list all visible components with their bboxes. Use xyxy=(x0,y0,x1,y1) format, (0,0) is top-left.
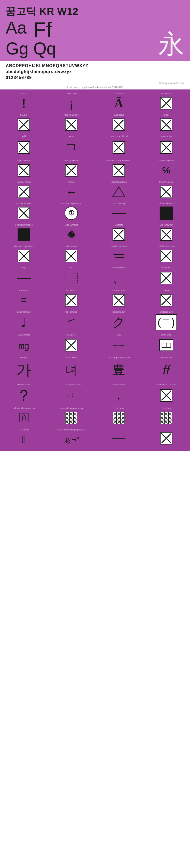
sym-supersub xyxy=(1,163,46,178)
label-suparrowsb: Sup Arrows B xyxy=(160,224,173,226)
sym-smallforms: ， xyxy=(96,386,142,404)
sym-hangul: 가 xyxy=(1,360,46,380)
cell-diacriticals: Diacriticals xyxy=(95,113,143,134)
cell-kanbun: Kanbun xyxy=(143,288,190,310)
cell-emdash-sm: —— xyxy=(95,428,143,449)
label-cjkexte: CJK Ext E xyxy=(19,429,29,431)
cell-math: Math Operations xyxy=(95,180,143,201)
sym-cyrillic xyxy=(1,138,46,157)
preview-char-gg: Gg xyxy=(6,40,29,57)
label-hangul: Hangul xyxy=(21,356,27,359)
cell-cjkexti: CJK Ext I xyxy=(143,406,190,428)
cell-ascii: ASCII ! xyxy=(0,91,47,113)
cell-boxdrawing: Box Drawing xyxy=(95,201,143,223)
sym-kanbun xyxy=(144,293,189,308)
sym-cjk: —— xyxy=(96,337,142,353)
sym-latinextadditional xyxy=(96,138,142,157)
sym-halffull xyxy=(144,386,189,404)
sym-geometric xyxy=(1,227,46,242)
cell-ipa: IPA Ext xyxy=(0,113,47,134)
xbox-icon xyxy=(160,294,173,307)
sym-misctechnical xyxy=(144,184,189,199)
xbox-icon xyxy=(113,294,125,307)
cell-blockelements: Block Elements xyxy=(143,201,190,223)
sym-jamo: ㄱ xyxy=(48,138,94,157)
label-arrows: Arrows xyxy=(68,181,75,183)
label-enc-ideograph-sup: Enclosed Ideographs Sup xyxy=(59,407,83,409)
cell-letterlike: Letterlike Symbols ℅ xyxy=(143,158,190,180)
triangle-outline-icon xyxy=(112,186,125,198)
svg-marker-0 xyxy=(113,187,125,197)
label-ipa: IPA Ext xyxy=(21,114,27,116)
cell-jamo-extb: Jamo Ext B 녀 xyxy=(47,355,95,382)
label-numberforms: Number Forms xyxy=(16,181,31,183)
jamo-extb-icon: 녀 xyxy=(65,362,77,378)
xbox-icon xyxy=(160,250,173,262)
xbox-icon xyxy=(160,119,173,131)
label-supersub: Super And Sub xyxy=(16,159,31,162)
circle-1-icon: ① xyxy=(65,207,78,220)
label-latinexta: Latin Ext A xyxy=(114,92,124,95)
paren-g-icon: (ㄱ) xyxy=(156,314,177,330)
sym-cjkradicals xyxy=(144,248,189,264)
sym-jamo-exta: □□ xyxy=(144,337,189,353)
sym-cjkexti xyxy=(144,410,189,426)
a-serif-icon: Ā xyxy=(114,96,123,110)
sym-compatjamo xyxy=(96,293,142,308)
dash-box-icon xyxy=(65,273,78,283)
sym-math xyxy=(96,184,142,199)
label-cjkradicals: CJK Radicals Sup xyxy=(158,245,175,247)
font-source: Font Source: http://www.fontke.com/font/… xyxy=(0,86,190,90)
delta-icon: 𠀀 xyxy=(22,434,26,445)
cell-jamo: Jamo ㄱ xyxy=(47,134,95,158)
label-bopomofo: Bopomofo xyxy=(66,289,76,292)
sym-controlpic xyxy=(1,206,46,221)
sym-cjkcompat: ㎎ xyxy=(1,337,46,353)
cell-latinexta: Latin Ext A Ā xyxy=(95,91,143,113)
label-math: Math Operations xyxy=(111,181,127,183)
grid-row-16: CJK Ext E 𠀀 CJK Compat Ideographs Sup ぁ¬… xyxy=(0,428,190,449)
sym-enc-alpha-sup: 🄰 xyxy=(1,410,46,426)
sym-latin1sup: ¡ xyxy=(48,96,94,111)
xbox-icon xyxy=(17,119,30,131)
xbox-icon xyxy=(160,389,173,402)
cell-cjk-compat-forms: CJK Compat Forms ∶∶ xyxy=(47,382,95,406)
cell-cjkstrokes: CJK Strokes ㇀ xyxy=(47,310,95,333)
label-alphabeticpf: Alphabetic PF xyxy=(160,356,173,359)
sym-ipa xyxy=(1,117,46,132)
label-cyrillic: Cyrillic xyxy=(21,135,27,137)
sym-idc xyxy=(48,270,94,286)
emdash-sm-icon: —— xyxy=(112,434,125,442)
label-katakana: Katakana xyxy=(19,289,28,292)
label-bopomofo-ext: Bopomofo Ext xyxy=(17,311,31,313)
xbox-icon xyxy=(113,141,125,154)
cell-compatjamo: Compat Jamo xyxy=(95,288,143,310)
enc-ideograph-grid xyxy=(65,412,77,424)
grid-row-10: Katakana = Bopomofo Compat Jamo Kanbun xyxy=(0,288,190,310)
cell-greek: Greek xyxy=(143,113,190,134)
grid-row-4: Super And Sub Currency Symbols Diacritic… xyxy=(0,158,190,180)
label-dingbats: Dingbats xyxy=(114,224,123,226)
label-miscarrows: Misc Arrows xyxy=(66,245,77,247)
label-enclosed-cjk: Enclosed CJK xyxy=(160,311,173,313)
label-miscmath: Misc Math Symbols B xyxy=(13,245,34,247)
xbox-icon xyxy=(17,250,30,262)
equals-icon: = xyxy=(21,295,26,305)
sym-miscsymbols: ✺ xyxy=(48,227,94,242)
grid-row-14: Vertical Forms ? CJK Compat Forms ∶∶ Sma… xyxy=(0,382,190,406)
sym-alphabeticpf: ff xyxy=(144,360,189,380)
cell-bopomofo-ext: Bopomofo Ext ♩ xyxy=(0,310,47,333)
preview-char-qq: Qq xyxy=(33,40,56,57)
cjk-stroke-icon: ㇀ xyxy=(65,314,77,331)
sym-enc-ideograph-sup xyxy=(48,410,94,426)
cell-enc-ideograph-sup: Enclosed Ideographs Sup xyxy=(47,406,95,428)
cell-enclosed-alpha: Enclosed Alphanums ① xyxy=(47,201,95,223)
cell-enc-alpha-sup: Enclosed Alphanums Sup 🄰 xyxy=(0,406,47,428)
sym-vertforms: ? xyxy=(1,386,46,404)
cell-katakana: Katakana = xyxy=(0,288,47,310)
cell-cjk-compat-ideographs-sup: CJK Compat Ideographs Sup ぁ¬° xyxy=(47,428,95,449)
cell-cjkexte: CJK Ext E 𠀀 xyxy=(0,428,47,449)
ideograph-icon: 豊 xyxy=(113,362,125,378)
sym-arrows: ← xyxy=(48,184,94,199)
emdash-icon: —— xyxy=(113,342,125,348)
